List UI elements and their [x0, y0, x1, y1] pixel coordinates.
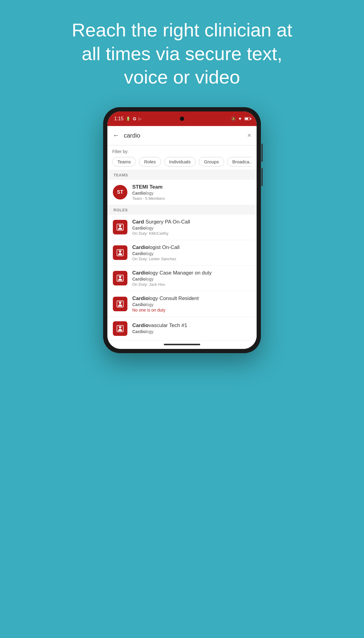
avatar-cardio-vascular-tech	[113, 321, 127, 336]
avatar-card-surgery-pa	[113, 220, 127, 234]
filter-chips: Teams Roles Individuals Groups Broadca..…	[112, 157, 252, 166]
list-item-stemi-team[interactable]: ST STEMI Team Cardiology Team · 5 Member…	[107, 180, 257, 205]
id-badge-icon	[116, 223, 124, 231]
list-item-cardio-case-manager[interactable]: Cardiology Case Manager on duty Cardiolo…	[107, 266, 257, 291]
item-text-cardio-case-manager: Cardiology Case Manager on duty Cardiolo…	[132, 270, 251, 287]
id-badge-icon-2	[116, 248, 124, 257]
svg-rect-14	[118, 326, 122, 326]
item-title-stemi-team: STEMI Team	[132, 184, 251, 190]
chip-individuals[interactable]: Individuals	[164, 157, 196, 166]
time-display: 1:15	[114, 116, 123, 121]
svg-rect-8	[118, 276, 122, 276]
search-input[interactable]	[124, 132, 243, 139]
item-subtitle-card-surgery-pa: Cardiology	[132, 226, 251, 230]
item-subtitle-cardio-vascular-tech: Cardiology	[132, 329, 251, 334]
item-subtitle-stemi-team: Cardiology	[132, 191, 251, 196]
id-badge-icon-3	[116, 274, 124, 282]
id-badge-icon-5	[116, 324, 124, 333]
item-subtitle-cardio-case-manager: Cardiology	[132, 277, 251, 281]
item-meta-cardio-consult-resident: No one is on duty	[132, 308, 251, 312]
back-button[interactable]: ←	[113, 131, 120, 139]
camera-notch	[180, 117, 184, 121]
section-header-roles: ROLES	[107, 205, 257, 215]
item-text-cardiologist-oncall: Cardiologist On-Call Cardiology On Duty:…	[132, 244, 251, 261]
id-badge-icon-4	[116, 300, 124, 308]
item-text-cardio-consult-resident: Cardiology Consult Resident Cardiology N…	[132, 295, 251, 312]
item-title-card-surgery-pa: Card Surgery PA On-Call	[132, 219, 251, 225]
hero-heading: Reach the right clinician at all times v…	[67, 18, 297, 89]
chip-roles[interactable]: Roles	[139, 157, 161, 166]
svg-rect-11	[118, 301, 122, 302]
wifi-icon: ▼	[238, 116, 242, 121]
clear-search-button[interactable]: ×	[247, 131, 251, 139]
svg-rect-2	[118, 225, 122, 225]
battery-icon-status: 🔋	[126, 117, 130, 121]
play-icon: ▷	[139, 117, 141, 121]
mute-icon: 🔕	[231, 116, 236, 121]
item-meta-cardio-case-manager: On Duty: Jack Hsu	[132, 282, 251, 287]
status-time: 1:15 🔋 G ▷	[114, 116, 141, 121]
item-text-card-surgery-pa: Card Surgery PA On-Call Cardiology On Du…	[132, 219, 251, 236]
list-item-card-surgery-pa[interactable]: Card Surgery PA On-Call Cardiology On Du…	[107, 215, 257, 240]
item-title-cardio-vascular-tech: Cardiovascular Tech #1	[132, 322, 251, 329]
item-text-stemi-team: STEMI Team Cardiology Team · 5 Members	[132, 184, 251, 201]
filter-area: Filter by: Teams Roles Individuals Group…	[107, 145, 257, 170]
item-meta-cardiologist-oncall: On Duty: Lester Sanchez	[132, 257, 251, 261]
filter-label: Filter by:	[112, 149, 252, 154]
phone-screen: 1:15 🔋 G ▷ 🔕 ▼ ← ×	[107, 111, 257, 349]
avatar-cardiologist-oncall	[113, 245, 127, 260]
phone-frame: 1:15 🔋 G ▷ 🔕 ▼ ← ×	[103, 107, 261, 353]
home-bar-line	[164, 344, 200, 345]
item-title-cardio-consult-resident: Cardiology Consult Resident	[132, 295, 251, 302]
avatar-stemi-team: ST	[113, 185, 127, 200]
chip-teams[interactable]: Teams	[112, 157, 136, 166]
status-right-icons: 🔕 ▼	[231, 116, 250, 121]
avatar-cardio-consult-resident	[113, 297, 127, 311]
list-item-cardiologist-oncall[interactable]: Cardiologist On-Call Cardiology On Duty:…	[107, 240, 257, 266]
chip-broadcast[interactable]: Broadca...	[227, 157, 252, 166]
camera-dot	[180, 117, 184, 121]
g-icon: G	[133, 116, 136, 121]
status-bar: 1:15 🔋 G ▷ 🔕 ▼	[107, 111, 257, 126]
avatar-cardio-case-manager	[113, 271, 127, 285]
search-bar[interactable]: ← ×	[107, 126, 257, 145]
battery-icon	[244, 117, 250, 120]
list-item-cardio-consult-resident[interactable]: Cardiology Consult Resident Cardiology N…	[107, 291, 257, 317]
item-text-cardio-vascular-tech: Cardiovascular Tech #1 Cardiology	[132, 322, 251, 335]
section-header-teams: TEAMS	[107, 170, 257, 180]
item-meta-stemi-team: Team · 5 Members	[132, 196, 251, 201]
list-item-cardio-vascular-tech[interactable]: Cardiovascular Tech #1 Cardiology	[107, 317, 257, 340]
chip-groups[interactable]: Groups	[199, 157, 224, 166]
item-title-cardio-case-manager: Cardiology Case Manager on duty	[132, 270, 251, 276]
item-subtitle-cardio-consult-resident: Cardiology	[132, 302, 251, 307]
home-bar	[107, 340, 257, 349]
item-title-cardiologist-oncall: Cardiologist On-Call	[132, 244, 251, 251]
svg-rect-5	[118, 250, 122, 251]
item-subtitle-cardiologist-oncall: Cardiology	[132, 251, 251, 256]
item-meta-card-surgery-pa: On Duty: KMcCarthy	[132, 231, 251, 236]
